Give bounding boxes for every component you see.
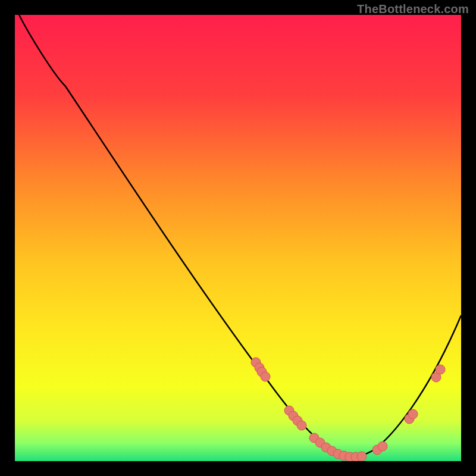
curve-marker	[378, 441, 387, 451]
curve-marker	[357, 452, 367, 461]
curve-marker	[297, 421, 306, 430]
curve-marker	[408, 409, 418, 419]
chart-svg	[0, 0, 476, 476]
watermark-label: TheBottleneck.com	[357, 2, 469, 16]
curve-marker	[261, 372, 270, 381]
curve-marker	[436, 365, 445, 374]
plot-background	[15, 15, 461, 461]
chart-container: TheBottleneck.com	[0, 0, 476, 476]
